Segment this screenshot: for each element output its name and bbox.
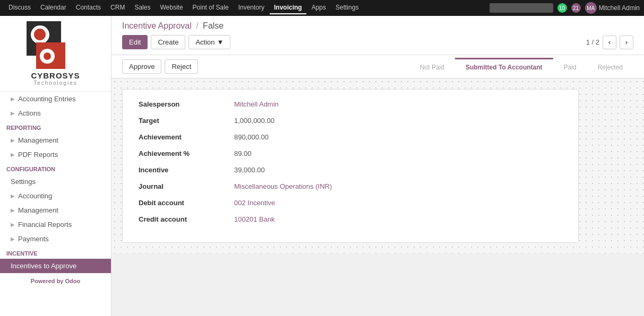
breadcrumb-current: False: [203, 21, 224, 30]
form-label-salesperson: Salesperson: [139, 100, 224, 108]
breadcrumb-sep: /: [196, 21, 198, 30]
form-card: SalespersonMitchell AdminTarget1,000,000…: [122, 89, 579, 243]
pagination: 1 / 2 ‹ ›: [586, 36, 633, 49]
sidebar: CYBROSYS Technologies ▶Accounting Entrie…: [0, 16, 111, 316]
form-row: Credit account100201 Bank: [139, 215, 562, 223]
sidebar-arrow-icon: ▶: [11, 110, 15, 116]
sidebar-arrow-icon: ▶: [11, 193, 15, 199]
nav-item-apps[interactable]: Apps: [307, 2, 330, 14]
form-value-debit-account[interactable]: 002 Incentive: [234, 199, 275, 207]
form-label-journal: Journal: [139, 182, 224, 190]
sidebar-item-label: Settings: [11, 178, 36, 186]
nav-item-settings[interactable]: Settings: [331, 2, 363, 14]
content-header: Incentive Approval / False Edit Create A…: [111, 16, 644, 55]
status-step-not-paid: Not Paid: [409, 58, 455, 75]
sidebar-item-label: Management: [18, 136, 58, 144]
sidebar-item-financial-reports[interactable]: ▶Financial Reports: [0, 217, 111, 232]
nav-item-calendar[interactable]: Calendar: [36, 2, 71, 14]
sidebar-arrow-icon: ▶: [11, 222, 15, 227]
form-fields: SalespersonMitchell AdminTarget1,000,000…: [139, 100, 562, 223]
nav-item-point-of-sale[interactable]: Point of Sale: [188, 2, 233, 14]
status-step-submitted-to-accountant: Submitted To Accountant: [455, 58, 553, 75]
sidebar-item-accounting-entries[interactable]: ▶Accounting Entries: [0, 92, 111, 106]
sidebar-item-pdf-reports[interactable]: ▶PDF Reports: [0, 147, 111, 162]
powered-by: Powered by Odoo: [0, 273, 111, 288]
sidebar-arrow-icon: ▶: [11, 236, 15, 242]
nav-item-sales[interactable]: Sales: [130, 2, 154, 14]
sidebar-arrow-icon: ▶: [11, 207, 15, 213]
nav-user-label: Mitchell Admin: [599, 4, 640, 12]
sidebar-item-actions[interactable]: ▶Actions: [0, 106, 111, 120]
layout: CYBROSYS Technologies ▶Accounting Entrie…: [0, 16, 644, 316]
status-step-rejected: Rejected: [587, 58, 633, 75]
toolbar: Edit Create Action ▼ 1 / 2 ‹ ›: [122, 35, 633, 55]
sidebar-sub: Technologies: [33, 80, 77, 86]
sidebar-item-label: Accounting: [18, 192, 52, 200]
sidebar-item-label: Actions: [18, 109, 41, 117]
sidebar-arrow-icon: ▶: [11, 96, 15, 102]
create-button[interactable]: Create: [151, 35, 185, 49]
sidebar-arrow-icon: ▶: [11, 137, 15, 143]
nav-item-contacts[interactable]: Contacts: [72, 2, 105, 14]
prev-page-button[interactable]: ‹: [603, 36, 616, 49]
form-row: SalespersonMitchell Admin: [139, 100, 562, 108]
sidebar-section-reporting: Reporting: [0, 120, 111, 133]
sidebar-item-label: Incentives to Approve: [11, 262, 76, 270]
search-input[interactable]: [490, 3, 553, 13]
sidebar-item-accounting[interactable]: ▶Accounting: [0, 189, 111, 203]
form-row: Incentive39,000.00: [139, 166, 562, 174]
form-row: Achievement %89.00: [139, 150, 562, 157]
page-info: 1 / 2: [586, 38, 599, 46]
form-label-debit-account: Debit account: [139, 199, 224, 207]
reject-button[interactable]: Reject: [165, 59, 198, 74]
action-button[interactable]: Action ▼: [188, 35, 230, 49]
form-area: SalespersonMitchell AdminTarget1,000,000…: [111, 78, 644, 253]
nav-item-inventory[interactable]: Inventory: [234, 2, 269, 14]
sidebar-item-settings[interactable]: Settings: [0, 174, 111, 189]
status-steps: Not PaidSubmitted To AccountantPaidRejec…: [409, 58, 633, 75]
sidebar-section-incentive: Incentive: [0, 246, 111, 259]
status-step-paid: Paid: [553, 58, 587, 75]
sidebar-item-label: Payments: [18, 235, 49, 243]
nav-item-website[interactable]: Website: [156, 2, 187, 14]
form-value-incentive: 39,000.00: [234, 166, 265, 174]
nav-badge-purple: 21: [571, 3, 581, 13]
form-label-incentive: Incentive: [139, 166, 224, 174]
approve-button[interactable]: Approve: [122, 59, 161, 74]
nav-item-invoicing[interactable]: Invoicing: [270, 2, 306, 14]
sidebar-item-label: Management: [18, 206, 58, 214]
nav-avatar: MA: [585, 2, 597, 14]
form-label-credit-account: Credit account: [139, 215, 224, 223]
status-action-buttons: Approve Reject: [122, 55, 198, 78]
breadcrumb: Incentive Approval / False: [122, 21, 633, 31]
breadcrumb-parent[interactable]: Incentive Approval: [122, 21, 192, 30]
sidebar-item-incentives-to-approve[interactable]: Incentives to Approve: [0, 259, 111, 273]
edit-button[interactable]: Edit: [122, 35, 148, 49]
form-label-target: Target: [139, 117, 224, 125]
form-row: Debit account002 Incentive: [139, 199, 562, 207]
sidebar-item-label: Accounting Entries: [18, 95, 75, 103]
action-dropdown-icon: ▼: [217, 38, 224, 46]
nav-user[interactable]: MA Mitchell Admin: [585, 2, 640, 14]
nav-item-discuss[interactable]: Discuss: [4, 2, 35, 14]
nav-item-crm[interactable]: CRM: [106, 2, 129, 14]
top-nav: DiscussCalendarContactsCRMSalesWebsitePo…: [0, 0, 644, 16]
form-row: Achievement890,000.00: [139, 133, 562, 141]
sidebar-brand: CYBROSYS: [31, 71, 80, 80]
sidebar-item-label: PDF Reports: [18, 151, 58, 159]
form-value-achievement: 890,000.00: [234, 133, 269, 141]
form-value-journal[interactable]: Miscellaneous Operations (INR): [234, 182, 332, 190]
form-row: Target1,000,000.00: [139, 117, 562, 125]
form-value-credit-account[interactable]: 100201 Bank: [234, 215, 275, 223]
main-content: Incentive Approval / False Edit Create A…: [111, 16, 644, 316]
form-row: JournalMiscellaneous Operations (INR): [139, 182, 562, 190]
sidebar-item-management[interactable]: ▶Management: [0, 203, 111, 217]
form-value-salesperson[interactable]: Mitchell Admin: [234, 100, 279, 108]
sidebar-item-payments[interactable]: ▶Payments: [0, 232, 111, 246]
action-label: Action: [195, 38, 214, 46]
sidebar-content: ▶Accounting Entries▶ActionsReporting▶Man…: [0, 92, 111, 273]
sidebar-section-configuration: Configuration: [0, 162, 111, 174]
sidebar-item-management[interactable]: ▶Management: [0, 133, 111, 147]
next-page-button[interactable]: ›: [620, 36, 633, 49]
nav-badge-green: 10: [557, 3, 567, 13]
